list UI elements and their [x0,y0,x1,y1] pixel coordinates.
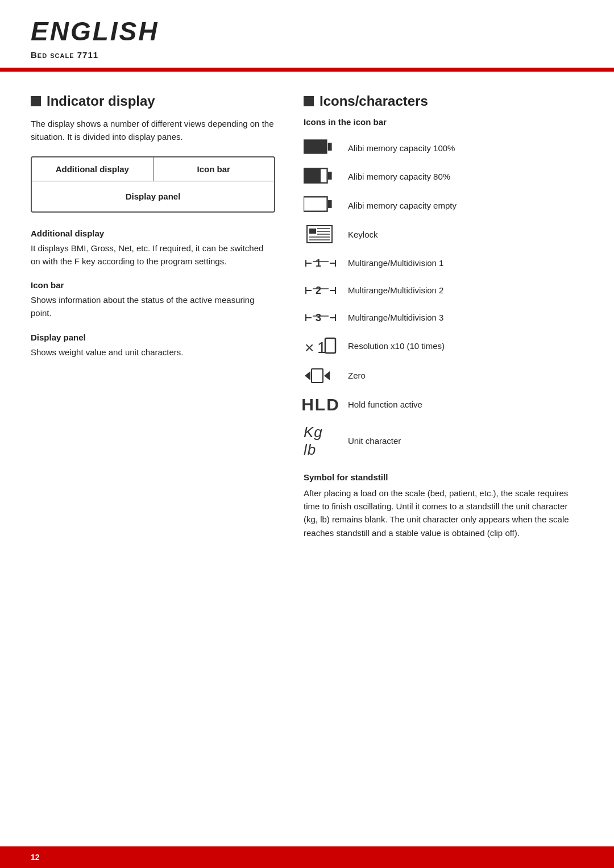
main-content: Indicator display The display shows a nu… [0,72,614,846]
icons-characters-heading: Icons/characters [304,93,583,109]
keylock-label: Keylock [348,230,378,239]
sub-section-display-panel: Display panel Shows weight value and uni… [31,333,275,359]
icons-characters-label: Icons/characters [320,93,428,109]
indicator-display-intro: The display shows a number of different … [31,117,275,144]
right-column: Icons/characters Icons in the icon bar A… [304,93,583,812]
unit-icon: Kg lb [304,423,338,459]
unit-label: Unit character [348,436,401,446]
red-bar-divider [0,68,614,72]
svg-text:2: 2 [316,285,321,296]
resolution-x10-label: Resolution x10 (10 times) [348,341,445,351]
list-item: 3 Multirange/Multidivision 3 [304,309,583,327]
sub-section-additional-display: Additional display It displays BMI, Gros… [31,229,275,268]
svg-rect-6 [304,197,327,211]
header: ENGLISH Bed scale 7711 [0,0,614,60]
list-item: Alibi memory capacity 80% [304,167,583,187]
alibi-100-label: Alibi memory capacity 100% [348,143,455,153]
list-item: Zero [304,366,583,386]
svg-rect-9 [309,229,316,234]
svg-text:×: × [305,339,314,356]
svg-rect-5 [328,172,332,180]
svg-rect-4 [304,168,321,182]
list-item: Alibi memory capacity empty [304,196,583,215]
footer: 12 [0,846,614,868]
standstill-text: After placing a load on the scale (bed, … [304,487,583,539]
sub-text-icon-bar: Shows information about the status of th… [31,293,275,320]
keylock-icon [304,225,338,245]
sub-heading-icon-bar: Icon bar [31,280,275,290]
svg-rect-35 [325,338,335,353]
svg-text:3: 3 [316,312,321,323]
svg-rect-7 [328,200,332,208]
sub-section-icon-bar: Icon bar Shows information about the sta… [31,280,275,320]
alibi-80-label: Alibi memory capacity 80% [348,172,450,181]
svg-rect-0 [304,139,327,153]
svg-rect-37 [312,369,323,383]
list-item: 2 Multirange/Multidivision 2 [304,281,583,300]
list-item: HLD Hold function active [304,395,583,414]
page-wrapper: ENGLISH Bed scale 7711 Indicator display… [0,0,614,868]
alibi-empty-icon [304,196,338,215]
zero-label: Zero [348,371,366,380]
alibi-empty-label: Alibi memory capacity empty [348,201,457,210]
list-item: Keylock [304,225,583,245]
diagram-cell-additional-display: Additional display [32,157,154,181]
section-icon [31,96,41,106]
left-column: Indicator display The display shows a nu… [31,93,275,812]
list-item: Kg lb Unit character [304,423,583,459]
multirange-3-icon: 3 [304,309,338,327]
list-item: × 1 Resolution x10 (10 times) [304,336,583,356]
standstill-heading: Symbol for standstill [304,472,583,482]
subtitle: Bed scale 7711 [31,50,583,60]
svg-text:1: 1 [316,258,321,269]
page-number: 12 [31,853,40,862]
indicator-display-heading: Indicator display [31,93,275,109]
hld-text: HLD [301,395,340,414]
multirange-3-label: Multirange/Multidivision 3 [348,313,443,322]
alibi-100-icon [304,138,338,158]
sub-heading-additional-display: Additional display [31,229,275,238]
multirange-2-label: Multirange/Multidivision 2 [348,285,443,295]
unit-text: Kg lb [304,423,338,459]
svg-marker-38 [324,371,330,380]
alibi-80-icon [304,167,338,187]
hld-label: Hold function active [348,400,422,409]
multirange-2-icon: 2 [304,281,338,300]
section-icon-right [304,96,314,106]
svg-rect-1 [328,143,332,151]
list-item: Alibi memory capacity 100% [304,138,583,158]
list-item: 1 Multirange/Multidivision 1 [304,254,583,272]
diagram-cell-icon-bar: Icon bar [154,157,275,181]
display-diagram: Additional display Icon bar Display pane… [31,156,275,213]
multirange-1-icon: 1 [304,254,338,272]
hld-icon: HLD [304,395,338,414]
sub-text-additional-display: It displays BMI, Gross, Net, etc. If req… [31,242,275,268]
multirange-1-label: Multirange/Multidivision 1 [348,258,443,268]
indicator-display-label: Indicator display [47,93,155,109]
sub-text-display-panel: Shows weight value and unit characters. [31,346,275,359]
zero-icon [304,366,338,386]
diagram-cell-display-panel: Display panel [32,181,274,211]
diagram-top-row: Additional display Icon bar [32,157,274,181]
icon-list: Alibi memory capacity 100% Alibi memory … [304,138,583,459]
page-title: ENGLISH [31,16,583,47]
sub-heading-display-panel: Display panel [31,333,275,342]
icons-in-bar-label: Icons in the icon bar [304,117,583,127]
resolution-x10-icon: × 1 [304,336,338,356]
svg-marker-36 [305,371,310,380]
